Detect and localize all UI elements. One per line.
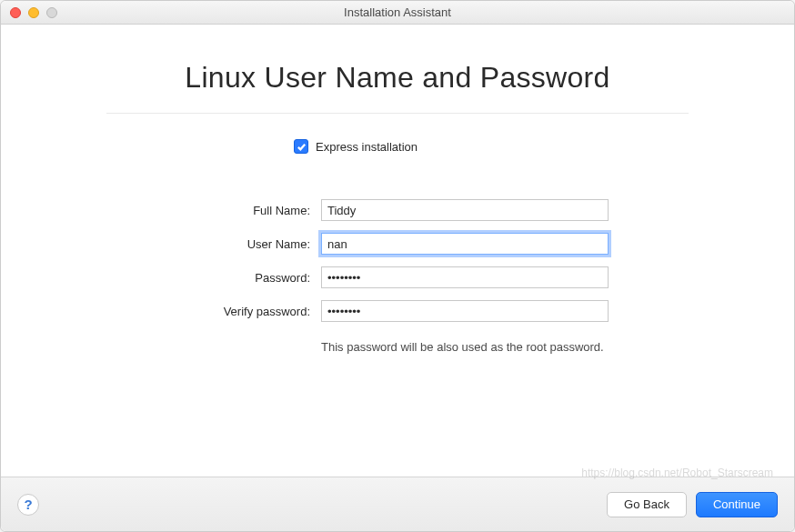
footer: ? Go Back Continue bbox=[1, 477, 794, 531]
maximize-icon bbox=[46, 7, 57, 18]
user-name-input[interactable] bbox=[321, 233, 609, 255]
user-name-row: User Name: bbox=[165, 233, 758, 255]
minimize-icon[interactable] bbox=[28, 7, 39, 18]
express-install-row: Express installation bbox=[294, 139, 758, 154]
titlebar: Installation Assistant bbox=[1, 1, 794, 25]
password-label: Password: bbox=[165, 271, 310, 285]
express-install-label: Express installation bbox=[316, 140, 418, 154]
checkmark-icon bbox=[297, 142, 307, 152]
verify-password-row: Verify password: bbox=[165, 300, 758, 322]
continue-button[interactable]: Continue bbox=[696, 492, 778, 517]
verify-password-label: Verify password: bbox=[165, 305, 310, 318]
password-hint: This password will be also used as the r… bbox=[321, 340, 758, 354]
express-install-checkbox[interactable] bbox=[294, 139, 308, 154]
close-icon[interactable] bbox=[10, 7, 21, 18]
user-name-label: User Name: bbox=[165, 237, 310, 251]
content-area: Linux User Name and Password Express ins… bbox=[1, 25, 794, 477]
help-button[interactable]: ? bbox=[17, 494, 39, 516]
verify-password-input[interactable] bbox=[321, 300, 609, 322]
help-icon: ? bbox=[24, 497, 32, 512]
full-name-row: Full Name: bbox=[165, 199, 758, 221]
user-form: Full Name: User Name: Password: Verify p… bbox=[165, 199, 758, 322]
full-name-label: Full Name: bbox=[165, 204, 310, 217]
divider bbox=[106, 113, 689, 114]
full-name-input[interactable] bbox=[321, 199, 609, 221]
installer-window: Installation Assistant Linux User Name a… bbox=[0, 0, 795, 532]
password-input[interactable] bbox=[321, 266, 609, 288]
page-title: Linux User Name and Password bbox=[37, 61, 758, 95]
window-title: Installation Assistant bbox=[1, 5, 794, 19]
go-back-button[interactable]: Go Back bbox=[607, 492, 687, 517]
password-row: Password: bbox=[165, 266, 758, 288]
traffic-lights bbox=[10, 7, 57, 18]
